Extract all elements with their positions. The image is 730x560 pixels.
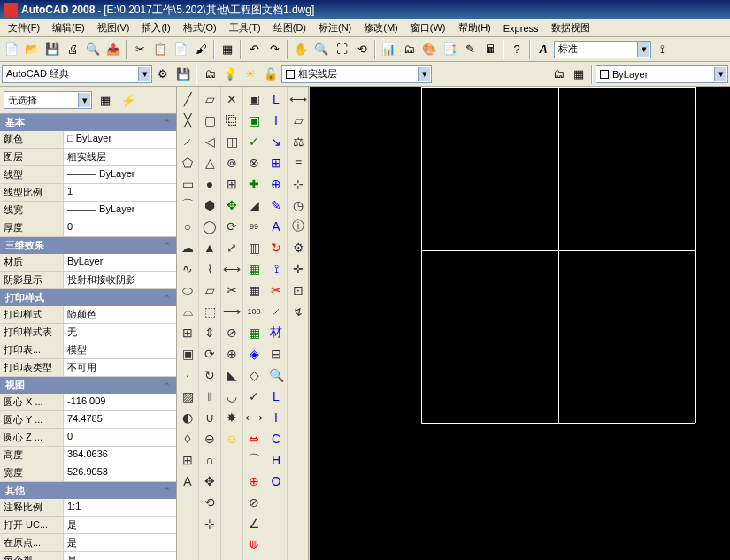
array-icon[interactable]: ⊞ — [222, 174, 242, 194]
prop-cz-value[interactable]: 0 — [64, 429, 176, 446]
help-icon[interactable]: ? — [507, 40, 526, 59]
dim-diameter-icon[interactable]: ⊘ — [244, 493, 264, 512]
dim-continue-icon[interactable]: I — [266, 111, 286, 130]
letter-h-icon[interactable]: H — [266, 450, 286, 470]
paste-icon[interactable]: 📄 — [171, 40, 190, 59]
layer-props-icon[interactable]: 🗂 — [200, 65, 219, 84]
union-icon[interactable]: ∪ — [200, 408, 219, 427]
extrude-icon[interactable]: ⬚ — [200, 302, 219, 321]
stretch-icon[interactable]: ⟷ — [222, 259, 242, 279]
point-icon[interactable]: · — [178, 365, 197, 385]
calc-icon[interactable]: 🖩 — [480, 40, 500, 59]
hatch-icon[interactable]: ▨ — [178, 387, 197, 406]
menu-data[interactable]: 数据视图 — [545, 19, 596, 36]
prop-ptype-value[interactable]: 不可用 — [64, 359, 176, 376]
rotate-icon[interactable]: ⟳ — [222, 217, 242, 236]
prop-cx-value[interactable]: -116.009 — [64, 394, 176, 410]
distance-icon[interactable]: ⟷ — [288, 89, 308, 109]
table-icon[interactable]: ⊞ — [178, 450, 197, 470]
prop-width-value[interactable]: 526.9053 — [64, 464, 176, 481]
letter-c-icon[interactable]: C — [266, 429, 286, 449]
sun-icon[interactable]: ☀ — [241, 65, 260, 84]
extend-icon[interactable]: ⟶ — [222, 302, 242, 321]
rectangle-icon[interactable]: ▭ — [178, 174, 197, 194]
break-icon[interactable]: ⊘ — [222, 323, 242, 342]
zoom-rt-icon[interactable]: 🔍 — [311, 40, 331, 59]
dim-style-icon[interactable]: ⟟ — [652, 40, 672, 59]
polyline-icon[interactable]: ⟋ — [178, 132, 197, 151]
dim-arc-icon[interactable]: ⌒ — [244, 450, 264, 470]
menu-view[interactable]: 视图(V) — [91, 19, 136, 36]
menu-express[interactable]: Express — [497, 21, 545, 35]
smiley-icon[interactable]: ☺ — [222, 429, 242, 449]
prop-shadow-value[interactable]: 投射和接收阴影 — [64, 272, 176, 288]
menu-tools[interactable]: 工具(T) — [223, 19, 267, 36]
toolpalette-icon[interactable]: 🎨 — [419, 40, 439, 59]
print-icon[interactable]: 🖨 — [63, 40, 82, 59]
zoom-prev-icon[interactable]: ⟲ — [352, 40, 372, 59]
menu-file[interactable]: 文件(F) — [2, 19, 46, 36]
menu-window[interactable]: 窗口(W) — [404, 19, 452, 36]
prop-cy-value[interactable]: 74.4785 — [64, 411, 176, 428]
3drotate-icon[interactable]: ⟲ — [200, 493, 219, 512]
dim-leader-icon[interactable]: ↘ — [266, 132, 286, 151]
dim-radius-icon[interactable]: ⊕ — [244, 472, 264, 491]
prop-perview-value[interactable]: 是 — [64, 552, 176, 560]
edge-color-icon[interactable]: ▦ — [244, 280, 264, 300]
chamfer-icon[interactable]: ◣ — [222, 365, 242, 385]
makeblock-icon[interactable]: ▣ — [178, 344, 197, 364]
circle-icon[interactable]: ○ — [178, 217, 197, 236]
mtext-icon[interactable]: A — [178, 472, 197, 491]
dim-text-icon[interactable]: 材 — [266, 323, 286, 342]
face-delete-icon[interactable]: ⊗ — [244, 153, 264, 173]
mirror-icon[interactable]: ◫ — [222, 132, 242, 151]
planarsurface-icon[interactable]: ▱ — [200, 280, 219, 300]
workspace-save-icon[interactable]: 💾 — [173, 65, 193, 84]
prop-ltscale-value[interactable]: 1 — [64, 184, 176, 201]
pyramid-icon[interactable]: ▲ — [200, 238, 219, 257]
category-3d[interactable]: 三维效果⌃ — [0, 237, 176, 254]
prop-pspace-value[interactable]: 模型 — [64, 341, 176, 358]
new-icon[interactable]: 📄 — [2, 40, 21, 59]
dim-angular-icon[interactable]: ∠ — [244, 514, 264, 533]
spline-icon[interactable]: ∿ — [178, 259, 197, 279]
prop-annoscale-value[interactable]: 1:1 — [64, 499, 176, 516]
massprop-icon[interactable]: ⚖ — [288, 132, 308, 151]
move-icon[interactable]: ✥ — [222, 196, 242, 215]
block-editor-icon[interactable]: ▦ — [218, 40, 237, 59]
trim-icon[interactable]: ✂ — [222, 280, 242, 300]
dim-style-icon2[interactable]: ⟟ — [266, 259, 286, 279]
imprint-icon[interactable]: 100 — [244, 302, 264, 321]
dim-space-icon[interactable]: ⊟ — [266, 344, 286, 364]
prop-layer-value[interactable]: 粗实线层 — [64, 149, 176, 165]
preview-icon[interactable]: 🔍 — [83, 40, 103, 59]
lightbulb-icon[interactable]: 💡 — [220, 65, 240, 84]
dim-baseline-icon[interactable]: L — [266, 89, 286, 109]
edge-copy-icon[interactable]: ▦ — [244, 259, 264, 279]
matchprop-icon[interactable]: 🖌 — [191, 40, 211, 59]
status-icon[interactable]: ⓘ — [288, 217, 308, 236]
letter-l-icon[interactable]: L — [266, 387, 286, 406]
layer-combo[interactable]: 粗实线层 ▾ — [281, 65, 432, 83]
zoom-window-icon[interactable]: ⛶ — [332, 40, 351, 59]
markup-icon[interactable]: ✎ — [460, 40, 480, 59]
color-combo[interactable]: ByLayer ▾ — [596, 65, 728, 83]
scale-icon[interactable]: ⤢ — [222, 238, 242, 257]
dim-linear-icon[interactable]: ⟷ — [244, 408, 264, 427]
polysolid-icon[interactable]: ▱ — [200, 89, 219, 109]
torus-icon[interactable]: ◯ — [200, 217, 219, 236]
layer-state-icon[interactable]: 🗂 — [549, 65, 568, 84]
category-basic[interactable]: 基本⌃ — [0, 114, 176, 131]
workspace-combo[interactable]: AutoCAD 经典 ▾ — [2, 65, 152, 83]
insertblock-icon[interactable]: ⊞ — [178, 323, 197, 342]
prop-thickness-value[interactable]: 0 — [64, 219, 176, 236]
wedge-icon[interactable]: ◁ — [200, 132, 219, 151]
menu-help[interactable]: 帮助(H) — [452, 19, 497, 36]
textstyle-combo[interactable]: 标准 ▾ — [554, 41, 651, 58]
layer-iso-icon[interactable]: ▦ — [569, 65, 588, 84]
loft-icon[interactable]: ⫴ — [200, 387, 219, 406]
face-extrude-icon[interactable]: ▣ — [244, 89, 264, 109]
join-icon[interactable]: ⊕ — [222, 344, 242, 364]
gradient-icon[interactable]: ◐ — [178, 408, 197, 427]
subtract-icon[interactable]: ⊖ — [200, 429, 219, 449]
